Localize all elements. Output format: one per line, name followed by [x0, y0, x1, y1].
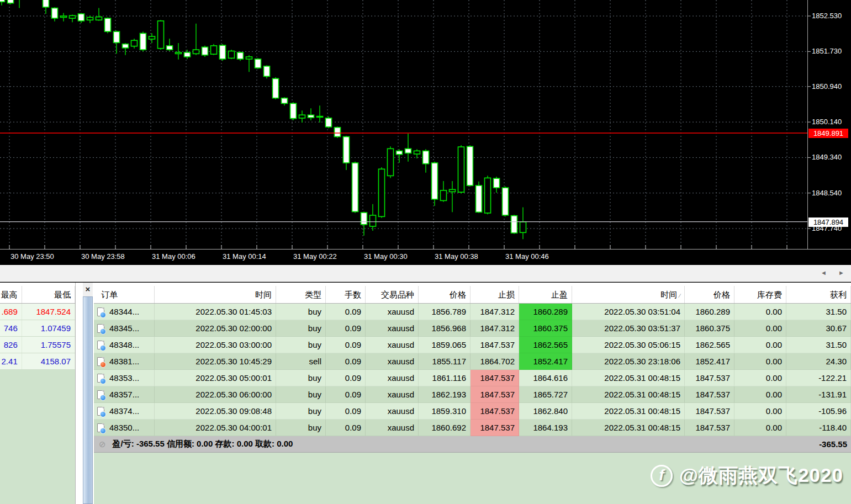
order-cell-profit: 24.30: [786, 353, 851, 370]
order-row[interactable]: 48353...2022.05.30 05:00:01buy0.09xauusd…: [94, 370, 851, 386]
tabs-scroll-left-icon[interactable]: ◄: [821, 269, 827, 276]
order-cell-profit: 31.50: [786, 337, 851, 353]
watch-header-1[interactable]: 最低: [22, 286, 75, 303]
candle-bear: [423, 151, 429, 163]
watch-empty-area: [0, 370, 75, 504]
order-cell-swap: 0.00: [734, 403, 786, 420]
balance-icon: ⊘: [99, 439, 106, 449]
candle-bear: [326, 118, 332, 127]
watch-row[interactable]: 8261.75575: [0, 337, 75, 353]
order-cell-symbol: xauusd: [366, 386, 419, 403]
candle-bull: [246, 57, 252, 59]
orders-header-type[interactable]: 类型: [276, 286, 326, 303]
orders-header-time_open[interactable]: 时间: [155, 286, 276, 303]
orders-header-swap[interactable]: 库存费: [734, 286, 786, 303]
price-chart-panel[interactable]: 1852.5301851.7301850.9401850.1401849.340…: [0, 0, 851, 265]
buy-order-icon: [97, 307, 104, 316]
orders-header-price_open[interactable]: 价格: [419, 286, 471, 303]
balance-profit-total: -365.55: [819, 439, 851, 449]
orders-header-order[interactable]: 订单: [94, 286, 155, 303]
candle-bull: [299, 115, 305, 118]
order-cell-profit: -105.96: [786, 403, 851, 420]
watch-row[interactable]: .6891847.524: [0, 304, 75, 320]
order-cell-symbol: xauusd: [366, 370, 419, 386]
order-row[interactable]: 48374...2022.05.30 09:08:48buy0.09xauusd…: [94, 403, 851, 420]
order-cell-price_close: 1847.537: [685, 420, 734, 436]
orders-header-symbol[interactable]: 交易品种: [366, 286, 419, 303]
candle-bear: [114, 31, 120, 43]
order-cell-sl: 1864.702: [471, 353, 519, 370]
panel-scrollbar[interactable]: ×: [83, 283, 93, 504]
terminal-panel: 最高最低 .6891847.5247461.074598261.755752.4…: [0, 283, 851, 504]
order-cell-price_open: 1860.692: [419, 420, 471, 436]
candle-bear: [308, 115, 314, 118]
scrollbar-thumb[interactable]: [83, 296, 93, 504]
watermark: f @微雨燕双飞2020: [651, 463, 843, 489]
candle-bull: [414, 151, 420, 154]
candle-bull: [317, 116, 323, 118]
order-cell-sl: 1847.537: [471, 337, 519, 353]
order-number: 48374...: [109, 403, 139, 419]
watch-row[interactable]: 2.414158.07: [0, 353, 75, 370]
price-axis-label: 1849.340: [812, 153, 849, 162]
orders-header-tp[interactable]: 止盈: [519, 286, 572, 303]
order-cell-time_close: 2022.05.30 03:51:04: [572, 304, 685, 320]
order-cell-price_open: 1862.193: [419, 386, 471, 403]
candle-bear: [282, 98, 288, 104]
candle-bear: [335, 128, 341, 137]
order-cell-symbol: xauusd: [366, 320, 419, 337]
orders-header-profit[interactable]: 获利: [786, 286, 851, 303]
buy-order-icon: [97, 390, 104, 399]
watch-row[interactable]: 7461.07459: [0, 320, 75, 337]
order-row[interactable]: 48381...2022.05.30 10:45:29sell0.09xauus…: [94, 353, 851, 370]
order-cell-price_close: 1860.375: [685, 320, 734, 337]
order-row[interactable]: 48350...2022.05.30 04:00:01buy0.09xauusd…: [94, 420, 851, 436]
order-cell-tp: 1862.565: [519, 337, 572, 353]
order-cell-time_open: 2022.05.30 04:00:01: [155, 420, 276, 436]
watermark-logo-icon: f: [651, 465, 673, 487]
watch-cell: 826: [0, 337, 22, 353]
order-cell-order: 48381...: [94, 353, 155, 370]
candle-bear: [432, 163, 438, 199]
order-number: 48345...: [109, 320, 139, 336]
watch-header-0[interactable]: 最高: [0, 286, 22, 303]
order-cell-tp: 1860.289: [519, 304, 572, 320]
order-cell-order: 48353...: [94, 370, 155, 386]
order-row[interactable]: 48357...2022.05.30 06:00:00buy0.09xauusd…: [94, 386, 851, 403]
order-cell-time_open: 2022.05.30 03:00:00: [155, 337, 276, 353]
tabs-scroll-right-icon[interactable]: ►: [838, 269, 844, 276]
orders-header-time_close[interactable]: 时间∕: [572, 286, 685, 303]
order-cell-symbol: xauusd: [366, 353, 419, 370]
orders-header-sl[interactable]: 止损: [471, 286, 519, 303]
candle-bear: [0, 0, 5, 2]
ask-price-badge: 1849.891: [808, 129, 848, 138]
order-row[interactable]: 48348...2022.05.30 03:00:00buy0.09xauusd…: [94, 337, 851, 353]
candle-bull: [211, 46, 217, 54]
watch-cell: 4158.07: [22, 353, 75, 369]
bid-price-badge: 1847.894: [808, 217, 848, 227]
candlestick-plot[interactable]: [0, 0, 851, 265]
price-axis-label: 1850.140: [812, 118, 849, 126]
order-row[interactable]: 48344...2022.05.30 01:45:03buy0.09xauusd…: [94, 304, 851, 320]
watch-header-row: 最高最低: [0, 286, 75, 304]
candle-bull: [158, 21, 164, 49]
watch-cell: 746: [0, 320, 22, 336]
candle-bear: [405, 148, 411, 153]
order-number: 48344...: [109, 304, 139, 320]
candle-bear: [255, 59, 261, 68]
time-axis-label: 31 May 00:30: [364, 252, 408, 261]
balance-row[interactable]: ⊘ 盈/亏: -365.55 信用额: 0.00 存款: 0.00 取款: 0.…: [94, 436, 851, 453]
candle-bear: [273, 78, 279, 98]
order-row[interactable]: 48345...2022.05.30 02:00:00buy0.09xauusd…: [94, 320, 851, 337]
order-cell-lots: 0.09: [326, 320, 366, 337]
order-number: 48357...: [109, 386, 139, 402]
candle-bull: [176, 52, 182, 54]
candle-bull: [458, 147, 464, 192]
close-panel-button[interactable]: ×: [83, 283, 93, 296]
order-cell-price_open: 1856.789: [419, 304, 471, 320]
orders-header-lots[interactable]: 手数: [326, 286, 366, 303]
candle-bear: [467, 146, 473, 185]
orders-header-price_close[interactable]: 价格: [685, 286, 734, 303]
order-cell-price_open: 1859.065: [419, 337, 471, 353]
order-cell-tp: 1862.840: [519, 403, 572, 420]
